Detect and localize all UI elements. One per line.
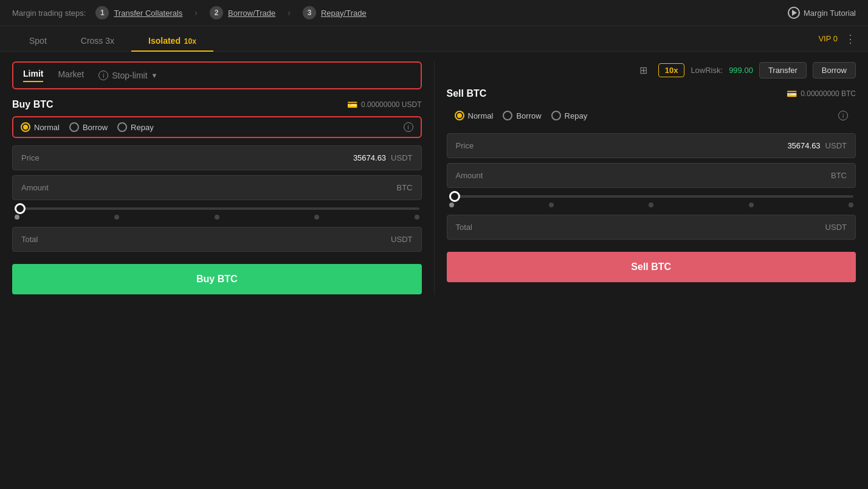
buy-title: Buy BTC <box>12 99 53 110</box>
buy-radio-normal-outer <box>21 122 30 132</box>
buy-radio-group-box: Normal Borrow Repay i <box>12 116 422 138</box>
sell-slider-dot-100 <box>849 203 853 207</box>
sell-slider[interactable] <box>447 195 856 207</box>
buy-radio-normal-label: Normal <box>34 123 60 132</box>
sell-slider-thumb[interactable] <box>449 191 460 202</box>
sell-amount-unit: BTC <box>831 171 847 180</box>
buy-total-field[interactable]: Total USDT <box>12 227 422 252</box>
step-3-number: 3 <box>303 6 316 19</box>
borrow-button[interactable]: Borrow <box>813 62 856 78</box>
tab-bar: Spot Cross 3x Isolated 10x VIP 0 ⋮ <box>0 26 868 52</box>
sell-panel: ⊞ 10x LowRisk: 999.00 Transfer Borrow Se… <box>434 61 856 294</box>
sell-total-field[interactable]: Total USDT <box>447 215 856 240</box>
sell-radio-borrow-outer <box>503 111 512 120</box>
sell-total-label: Total <box>456 223 472 232</box>
sell-radio-normal[interactable]: Normal <box>455 111 494 120</box>
low-risk-value: 999.00 <box>729 66 753 75</box>
buy-slider-bar <box>15 207 419 210</box>
margin-steps-label: Margin trading steps: <box>12 9 86 18</box>
step-1: 1 Transfer Collaterals <box>95 6 182 19</box>
step-2-number: 2 <box>210 6 223 19</box>
step-arrow-1: › <box>195 8 198 18</box>
buy-header: Buy BTC 💳 0.00000000 USDT <box>12 99 422 110</box>
wallet-icon: 💳 <box>347 100 357 109</box>
buy-radio-borrow[interactable]: Borrow <box>69 122 108 132</box>
sell-slider-dots-row <box>449 203 854 207</box>
sell-header: Sell BTC 💳 0.00000000 BTC <box>447 88 856 99</box>
sell-radio-normal-label: Normal <box>468 111 494 120</box>
sell-radio-repay-label: Repay <box>565 111 588 120</box>
buy-slider-dot-100 <box>415 215 419 220</box>
isolated-badge: 10x <box>184 37 196 46</box>
buy-balance: 💳 0.00000000 USDT <box>347 100 421 109</box>
vip-label: VIP 0 <box>818 34 838 43</box>
tab-spot[interactable]: Spot <box>12 31 64 52</box>
buy-radio-repay-label: Repay <box>131 123 154 132</box>
order-type-box: Limit Market i Stop-limit ▼ <box>12 61 422 89</box>
step-3-link[interactable]: Repay/Trade <box>321 9 367 18</box>
buy-radio-repay[interactable]: Repay <box>117 122 154 132</box>
sell-slider-dot-50 <box>649 203 653 207</box>
order-tab-limit[interactable]: Limit <box>23 69 43 82</box>
sell-wallet-icon: 💳 <box>787 89 797 99</box>
buy-radio-normal[interactable]: Normal <box>21 122 60 132</box>
buy-radio-borrow-label: Borrow <box>83 123 108 132</box>
buy-total-right: USDT <box>391 235 412 244</box>
sell-price-unit: USDT <box>825 141 847 150</box>
tab-isolated[interactable]: Isolated 10x <box>131 31 213 52</box>
sell-radio-borrow-label: Borrow <box>516 111 541 120</box>
order-tab-market[interactable]: Market <box>58 69 84 82</box>
sell-amount-field[interactable]: Amount BTC <box>447 163 856 188</box>
step-2-link[interactable]: Borrow/Trade <box>228 9 275 18</box>
step-1-link[interactable]: Transfer Collaterals <box>114 9 182 18</box>
sell-radio-info-btn[interactable]: i <box>838 111 848 120</box>
play-icon <box>788 7 800 19</box>
buy-panel: Limit Market i Stop-limit ▼ Buy BTC 💳 0.… <box>12 61 434 294</box>
sell-slider-bar <box>449 195 854 198</box>
sell-toolbar: ⊞ 10x LowRisk: 999.00 Transfer Borrow <box>447 61 856 78</box>
sell-radio-info-icon: i <box>838 111 848 120</box>
buy-price-unit: USDT <box>391 153 412 162</box>
buy-radio-repay-outer <box>117 122 127 132</box>
sell-price-label: Price <box>456 141 474 150</box>
sell-balance: 💳 0.00000000 BTC <box>787 89 856 99</box>
order-tab-stoplimit[interactable]: i Stop-limit ▼ <box>98 71 157 80</box>
buy-price-field[interactable]: Price 35674.63 USDT <box>12 145 422 170</box>
sell-radio-repay[interactable]: Repay <box>551 111 588 120</box>
sell-balance-value: 0.00000000 BTC <box>801 89 856 98</box>
play-triangle <box>792 10 797 16</box>
sell-title: Sell BTC <box>447 88 487 99</box>
step-2: 2 Borrow/Trade <box>210 6 275 19</box>
step-3: 3 Repay/Trade <box>303 6 367 19</box>
buy-slider[interactable] <box>12 207 422 220</box>
more-icon[interactable]: ⋮ <box>845 32 856 46</box>
buy-slider-dot-25 <box>114 215 119 220</box>
sell-price-value: 35674.63 <box>787 141 820 150</box>
sell-slider-dot-75 <box>749 203 754 207</box>
buy-slider-thumb[interactable] <box>15 203 26 214</box>
buy-price-label: Price <box>21 153 40 162</box>
buy-btc-button[interactable]: Buy BTC <box>12 264 422 294</box>
buy-radio-info-btn[interactable]: i <box>404 122 413 132</box>
buy-radio-info-icon: i <box>404 122 413 132</box>
tab-cross[interactable]: Cross 3x <box>64 31 131 52</box>
calculator-icon[interactable]: ⊞ <box>635 61 652 78</box>
transfer-button[interactable]: Transfer <box>759 62 807 78</box>
buy-amount-field[interactable]: Amount BTC <box>12 175 422 200</box>
leverage-badge[interactable]: 10x <box>658 63 685 77</box>
sell-radio-repay-outer <box>551 111 561 120</box>
sell-amount-label: Amount <box>456 171 483 180</box>
buy-price-value: 35674.63 <box>353 153 386 162</box>
sell-total-unit: USDT <box>825 223 847 232</box>
margin-tutorial-btn[interactable]: Margin Tutorial <box>788 7 856 19</box>
sell-total-right: USDT <box>825 223 847 232</box>
buy-slider-dots-row <box>15 215 419 220</box>
sell-slider-dot-0 <box>449 203 454 207</box>
sell-price-field[interactable]: Price 35674.63 USDT <box>447 133 856 158</box>
step-arrow-2: › <box>288 8 291 18</box>
low-risk-label: LowRisk: <box>691 66 723 75</box>
sell-slider-dot-25 <box>549 203 554 207</box>
sell-radio-borrow[interactable]: Borrow <box>503 111 541 120</box>
tutorial-label: Margin Tutorial <box>804 9 856 18</box>
sell-btc-button[interactable]: Sell BTC <box>447 252 856 282</box>
